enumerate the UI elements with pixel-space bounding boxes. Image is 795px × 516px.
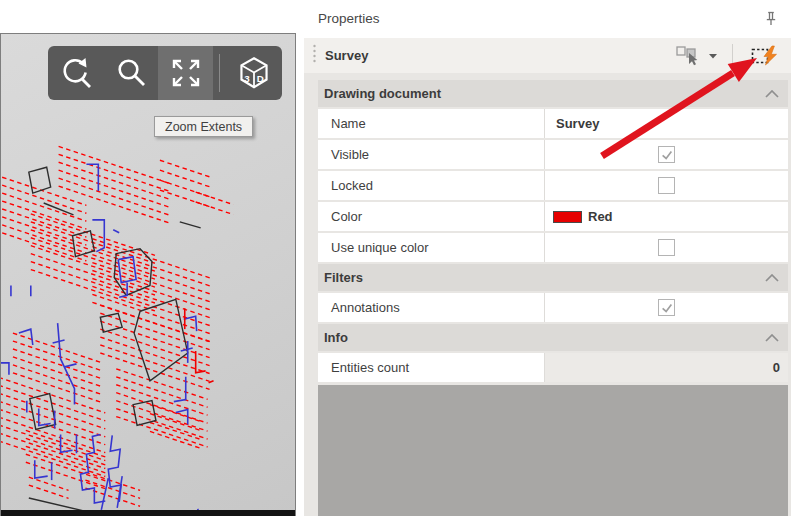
property-row-name: Name Survey [318, 109, 788, 138]
pushpin-icon [765, 11, 777, 26]
checkmark-icon [660, 301, 674, 315]
locked-checkbox[interactable] [658, 177, 675, 194]
property-row-color: Color Red [318, 202, 788, 231]
pin-button[interactable] [761, 8, 781, 28]
viewport-bottom-bar [1, 510, 295, 516]
zoom-window-icon [113, 55, 149, 91]
color-value-field[interactable]: Red [545, 202, 788, 231]
property-label: Locked [318, 171, 545, 200]
panel-title: Properties [318, 11, 761, 26]
view-toolbar: 3 D [48, 46, 282, 100]
drawing-viewport[interactable]: 3 D Zoom Extents [0, 33, 296, 516]
property-row-visible: Visible [318, 140, 788, 169]
panel-empty-area [318, 385, 788, 516]
section-label: Info [324, 330, 348, 345]
zoom-previous-button[interactable] [48, 46, 103, 100]
property-label: Color [318, 202, 545, 231]
properties-panel: Properties [304, 0, 791, 516]
drag-grip[interactable] [312, 44, 317, 68]
quick-select-icon [751, 45, 779, 66]
application-window: 3 D Zoom Extents Properties [0, 0, 795, 516]
dropdown-caret-icon [708, 53, 718, 59]
property-label: Visible [318, 140, 545, 169]
toolbar-separator [219, 54, 220, 92]
use-unique-color-checkbox[interactable] [658, 239, 675, 256]
name-value-field[interactable]: Survey [545, 109, 788, 138]
entities-count-value: 0 [545, 353, 788, 382]
collapse-chevron-icon[interactable] [765, 274, 779, 282]
property-row-use-unique-color: Use unique color [318, 233, 788, 262]
name-value: Survey [545, 116, 599, 131]
grip-dots-icon [312, 44, 317, 64]
zoom-window-button[interactable] [103, 46, 158, 100]
select-entities-button[interactable] [672, 44, 704, 68]
svg-text:D: D [257, 73, 264, 84]
panel-header: Properties [304, 0, 791, 36]
selector-dropdown-button[interactable] [704, 51, 722, 61]
property-row-entities-count: Entities count 0 [318, 353, 788, 382]
checkmark-icon [660, 148, 674, 162]
select-entities-icon [676, 46, 700, 66]
visible-checkbox[interactable] [658, 146, 675, 163]
3d-view-button[interactable]: 3 D [226, 46, 282, 100]
section-label: Drawing document [324, 86, 441, 101]
tooltip: Zoom Extents [154, 116, 253, 137]
section-header-info[interactable]: Info [318, 324, 788, 351]
property-row-locked: Locked [318, 171, 788, 200]
property-label: Name [318, 109, 545, 138]
quick-select-button[interactable] [747, 43, 783, 68]
section-label: Filters [324, 270, 363, 285]
3d-view-cube-icon: 3 D [235, 55, 273, 91]
annotations-checkbox[interactable] [658, 299, 675, 316]
property-label: Annotations [318, 293, 545, 322]
color-name: Red [588, 209, 613, 224]
zoom-extents-button[interactable] [158, 46, 213, 100]
svg-text:3: 3 [244, 73, 250, 84]
collapse-chevron-icon[interactable] [765, 90, 779, 98]
collapse-chevron-icon[interactable] [765, 334, 779, 342]
cad-drawing [1, 34, 295, 516]
selector-separator [732, 44, 733, 68]
object-selector-bar: Survey [304, 38, 791, 73]
property-row-annotations: Annotations [318, 293, 788, 322]
property-grid: Drawing document Name Survey Visible [304, 73, 791, 516]
property-label: Entities count [318, 353, 545, 382]
zoom-extents-icon [168, 55, 204, 91]
property-label: Use unique color [318, 233, 545, 262]
selected-object-label: Survey [325, 48, 672, 63]
color-swatch [553, 211, 582, 223]
section-header-filters[interactable]: Filters [318, 264, 788, 291]
zoom-previous-icon [58, 55, 94, 91]
section-header-drawing-document[interactable]: Drawing document [318, 80, 788, 107]
